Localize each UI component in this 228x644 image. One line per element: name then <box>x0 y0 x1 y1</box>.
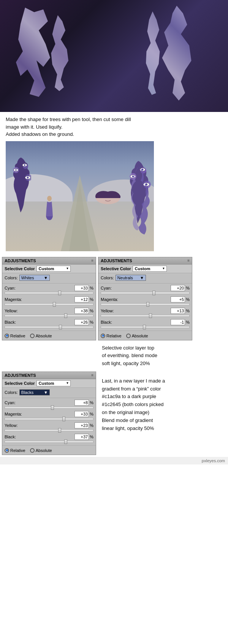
cyan-pct-whites: % <box>90 286 93 290</box>
colors-label-neutrals: Colors: <box>101 276 114 280</box>
cyan-row-neutrals: Cyan: % <box>98 284 192 296</box>
adj-subheader-blacks: Selective Color Custom ▼ <box>2 379 96 388</box>
magenta-label-neutrals: Magenta: <box>101 297 118 302</box>
radio-row-blacks: Relative Absolute <box>2 446 96 455</box>
radio-relative-blacks[interactable]: Relative <box>5 448 25 453</box>
watermark-text: pxleyes.com <box>202 458 225 463</box>
adj-subheader-whites: Selective Color Custom ▼ <box>2 265 96 273</box>
right-text-line3: soft light, opacity 20% <box>102 360 190 368</box>
radio-relative-neutrals[interactable]: Relative <box>101 334 122 338</box>
black-input-whites[interactable] <box>74 319 89 325</box>
magenta-input-whites[interactable] <box>74 296 89 302</box>
cyan-input-whites[interactable] <box>74 285 89 291</box>
cyan-input-neutrals[interactable] <box>171 285 185 291</box>
radio-absolute-label-blacks: Absolute <box>36 448 52 453</box>
magenta-track-blacks[interactable] <box>5 418 93 420</box>
black-thumb-blacks[interactable] <box>64 439 67 444</box>
magenta-thumb-blacks[interactable] <box>62 417 65 421</box>
watermark: pxleyes.com <box>0 457 228 464</box>
magenta-thumb-neutrals[interactable] <box>146 302 149 307</box>
black-track-neutrals[interactable] <box>101 326 190 328</box>
cyan-thumb-whites[interactable] <box>58 291 61 295</box>
right-text-line1: Selective color layer top <box>102 344 190 352</box>
black-input-neutrals[interactable] <box>171 319 185 325</box>
figure <box>46 195 53 220</box>
cyan-label-blacks: Cyan: <box>5 400 16 405</box>
colors-label-blacks: Colors: <box>5 390 18 395</box>
magenta-thumb-whites[interactable] <box>53 302 56 307</box>
shape-center2 <box>141 11 167 95</box>
tree-left <box>10 156 31 213</box>
svg-point-20 <box>47 196 52 201</box>
radio-relative-label-whites: Relative <box>10 334 25 338</box>
adj-menu-icon-neutrals[interactable]: ≡ <box>187 258 190 263</box>
radio-absolute-neutrals[interactable]: Absolute <box>126 334 148 338</box>
cyan-input-blacks[interactable] <box>74 400 89 406</box>
black-input-blacks[interactable] <box>74 434 89 440</box>
magenta-pct-whites: % <box>90 297 93 302</box>
adj-preset-dropdown-whites[interactable]: Custom ▼ <box>36 266 71 272</box>
colors-row-blacks: Colors: Blacks ▼ <box>2 388 96 397</box>
black-label-blacks: Black: <box>5 435 16 439</box>
yellow-track-whites[interactable] <box>5 315 93 317</box>
right-text-line8: on the original image) <box>102 409 224 417</box>
cyan-track-blacks[interactable] <box>5 406 93 409</box>
radio-absolute-blacks[interactable]: Absolute <box>30 448 52 453</box>
cyan-label-neutrals: Cyan: <box>101 286 112 290</box>
adj-dropdown-arrow-neutrals: ▼ <box>162 267 165 270</box>
right-text-line9: Blend mode of gradient <box>102 417 224 425</box>
radio-absolute-whites[interactable]: Absolute <box>30 334 52 338</box>
svg-point-10 <box>27 177 28 179</box>
yellow-label-whites: Yellow: <box>5 309 17 313</box>
yellow-track-neutrals[interactable] <box>101 315 190 317</box>
cyan-thumb-blacks[interactable] <box>51 405 54 410</box>
yellow-thumb-whites[interactable] <box>64 313 67 318</box>
yellow-input-blacks[interactable] <box>74 422 89 428</box>
svg-point-8 <box>24 164 25 166</box>
colors-label-whites: Colors: <box>5 276 18 280</box>
adj-preset-value-blacks: Custom <box>38 381 54 386</box>
black-thumb-neutrals[interactable] <box>143 325 146 329</box>
yellow-input-neutrals[interactable] <box>171 308 185 314</box>
cyan-track-neutrals[interactable] <box>101 292 190 294</box>
yellow-thumb-blacks[interactable] <box>58 428 61 433</box>
ribbon-right <box>124 166 154 235</box>
colors-dropdown-neutrals[interactable]: Neutrals ▼ <box>116 275 146 281</box>
magenta-track-neutrals[interactable] <box>101 303 190 305</box>
yellow-label-blacks: Yellow: <box>5 423 17 428</box>
adj-title-whites: ADJUSTMENTS <box>5 258 36 263</box>
panels-container: ADJUSTMENTS ≡ Selective Color Custom ▼ C… <box>0 255 228 372</box>
black-pct-blacks: % <box>90 435 93 439</box>
magenta-track-whites[interactable] <box>5 303 93 305</box>
yellow-input-whites[interactable] <box>74 308 89 314</box>
right-text-line2: of everithing. blend mode <box>102 352 190 360</box>
black-pct-neutrals: % <box>186 320 190 324</box>
adj-menu-icon-whites[interactable]: ≡ <box>91 258 93 263</box>
adj-dropdown-arrow-blacks: ▼ <box>66 381 69 385</box>
cyan-thumb-neutrals[interactable] <box>152 291 155 295</box>
desc1-line2: image with it. Used liquify. <box>6 124 62 130</box>
magenta-row-blacks: Magenta: % <box>2 410 96 422</box>
adj-preset-value-whites: Custom <box>38 266 54 271</box>
face <box>95 190 121 205</box>
adj-menu-icon-blacks[interactable]: ≡ <box>91 373 93 377</box>
radio-relative-circle-neutrals <box>101 334 105 338</box>
black-track-whites[interactable] <box>5 326 93 328</box>
cyan-track-whites[interactable] <box>5 292 93 294</box>
yellow-thumb-neutrals[interactable] <box>149 313 152 318</box>
colors-dropdown-whites[interactable]: Whites ▼ <box>19 275 50 281</box>
yellow-track-blacks[interactable] <box>5 429 93 431</box>
magenta-input-neutrals[interactable] <box>171 296 185 302</box>
right-text-line6: #c1ac9a to a dark purple <box>102 393 224 401</box>
radio-relative-label-neutrals: Relative <box>106 334 122 338</box>
adj-preset-dropdown-neutrals[interactable]: Custom ▼ <box>133 266 167 272</box>
yellow-pct-neutrals: % <box>186 309 190 313</box>
radio-relative-whites[interactable]: Relative <box>5 334 25 338</box>
colors-dropdown-blacks[interactable]: Blacks ▼ <box>19 389 50 395</box>
adj-preset-dropdown-blacks[interactable]: Custom ▼ <box>36 380 71 386</box>
black-thumb-whites[interactable] <box>59 325 62 329</box>
yellow-pct-whites: % <box>90 309 93 313</box>
black-track-blacks[interactable] <box>5 441 93 443</box>
adj-title-blacks: ADJUSTMENTS <box>5 373 36 378</box>
magenta-input-blacks[interactable] <box>74 411 89 417</box>
